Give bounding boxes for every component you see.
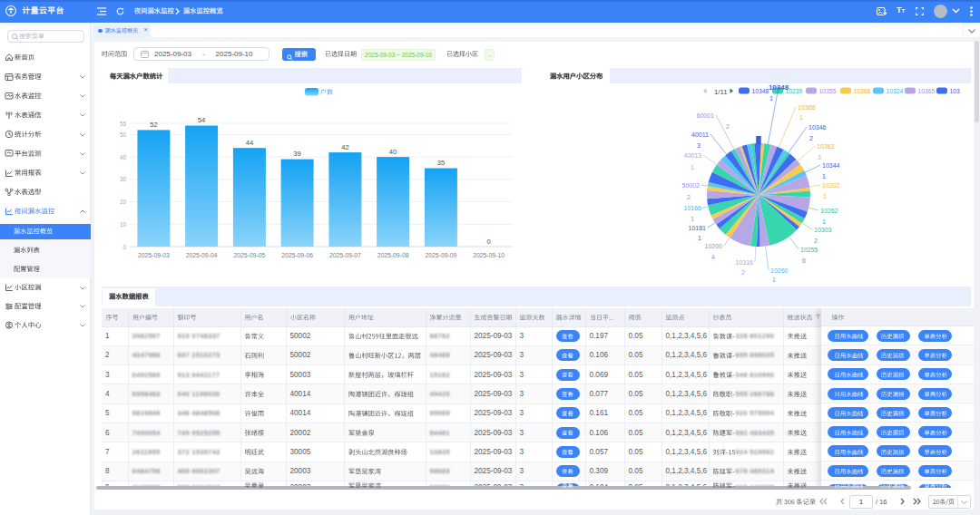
svg-text:2025-09-08: 2025-09-08 [377, 252, 409, 258]
svg-text:40013: 40013 [684, 152, 702, 159]
svg-text:50: 50 [120, 131, 127, 138]
svg-text:2025-09-09: 2025-09-09 [426, 252, 457, 258]
svg-text:40: 40 [389, 148, 397, 156]
svg-text:2025-09-05: 2025-09-05 [234, 252, 266, 258]
svg-text:50002: 50002 [682, 182, 701, 189]
svg-text:10355: 10355 [819, 88, 837, 94]
svg-text:1: 1 [799, 114, 803, 121]
svg-text:10202: 10202 [822, 182, 840, 189]
svg-text:10365: 10365 [918, 88, 936, 94]
svg-text:10255: 10255 [800, 247, 818, 253]
svg-text:10324: 10324 [887, 88, 904, 94]
svg-text:10363: 10363 [817, 143, 835, 150]
svg-text:10368: 10368 [798, 104, 816, 111]
svg-text:103: 103 [950, 88, 961, 94]
svg-text:6: 6 [802, 258, 806, 264]
svg-text:40: 40 [120, 154, 127, 160]
svg-text:2: 2 [809, 135, 813, 141]
svg-text:10260: 10260 [770, 267, 789, 274]
svg-text:2025-09-03: 2025-09-03 [138, 252, 170, 258]
svg-text:10316: 10316 [736, 259, 754, 266]
svg-text:10262: 10262 [820, 208, 838, 214]
svg-text:0: 0 [486, 238, 490, 246]
svg-text:1: 1 [822, 219, 826, 225]
svg-text:2025-09-10: 2025-09-10 [473, 252, 505, 258]
svg-text:2025-09-04: 2025-09-04 [186, 252, 218, 258]
svg-text:40011: 40011 [691, 131, 709, 138]
svg-text:1: 1 [691, 164, 694, 170]
svg-text:2025-09-07: 2025-09-07 [329, 252, 361, 258]
svg-text:1: 1 [698, 235, 701, 241]
svg-text:10344: 10344 [822, 162, 840, 169]
svg-text:0: 0 [122, 244, 126, 250]
svg-text:60001: 60001 [697, 112, 715, 119]
svg-text:42: 42 [341, 143, 348, 151]
svg-text:10181: 10181 [689, 225, 707, 231]
svg-text:10: 10 [120, 221, 127, 228]
svg-text:10303: 10303 [814, 227, 832, 233]
svg-text:10368: 10368 [854, 88, 871, 94]
svg-text:3: 3 [818, 154, 821, 160]
svg-text:1: 1 [691, 216, 694, 222]
svg-text:44: 44 [246, 139, 253, 147]
svg-text:10348: 10348 [752, 88, 769, 94]
svg-text:2025-09-06: 2025-09-06 [281, 252, 313, 258]
svg-text:4: 4 [711, 254, 715, 260]
svg-text:10166: 10166 [684, 205, 702, 211]
svg-text:35: 35 [437, 159, 445, 167]
svg-text:1: 1 [823, 193, 827, 199]
svg-text:39: 39 [293, 150, 300, 158]
svg-text:10200: 10200 [705, 243, 723, 249]
svg-text:2: 2 [814, 238, 818, 244]
svg-text:1: 1 [822, 173, 826, 180]
svg-text:1: 1 [772, 277, 776, 283]
svg-text:2: 2 [687, 194, 691, 200]
svg-text:54: 54 [198, 116, 205, 124]
svg-text:1: 1 [769, 95, 773, 102]
svg-text:55: 55 [120, 121, 127, 127]
svg-text:10346: 10346 [808, 124, 827, 131]
svg-text:1/11: 1/11 [714, 88, 728, 96]
svg-text:52: 52 [150, 121, 157, 129]
svg-text:3: 3 [697, 142, 701, 149]
svg-text:30: 30 [120, 176, 127, 182]
svg-text:2: 2 [741, 269, 745, 276]
svg-text:2: 2 [726, 123, 730, 130]
svg-text:20: 20 [120, 199, 127, 205]
